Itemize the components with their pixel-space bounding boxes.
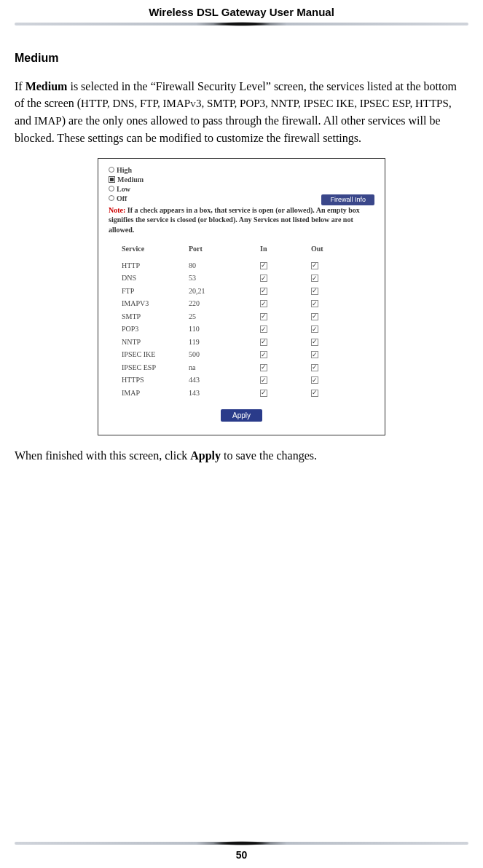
paragraph-1: If Medium is selected in the “Firewall S… [15,78,468,146]
table-header: Service Port In Out [109,245,374,253]
radio-medium[interactable]: Medium [109,175,374,184]
checkbox-out[interactable] [311,364,318,371]
cell-in [247,312,305,320]
table-row: IPSEC IKE500 [109,348,374,361]
table-row: HTTPS443 [109,374,374,387]
page-number: 50 [15,845,468,868]
cell-service: HTTP [109,261,189,269]
checkbox-out[interactable] [311,376,318,384]
cell-out [305,274,349,283]
cell-in [247,261,305,269]
checkbox-in[interactable] [260,364,267,371]
checkbox-in[interactable] [260,351,267,358]
cell-out [305,388,349,397]
radio-off[interactable]: Off [109,194,321,202]
checkbox-in[interactable] [260,339,267,346]
table-row: DNS53 [109,272,374,285]
apply-button[interactable]: Apply [221,409,262,422]
radio-label-medium: Medium [117,175,144,184]
cell-port: 119 [189,338,247,346]
table-row: IPSEC ESPna [109,360,374,374]
cell-in [247,286,305,295]
checkbox-in[interactable] [260,390,267,397]
note: Note: If a check appears in a box, that … [109,205,374,235]
cell-service: SMTP [109,312,189,320]
checkbox-out[interactable] [311,390,318,397]
cell-port: na [189,363,247,371]
paragraph-2: When finished with this screen, click Ap… [15,447,468,464]
cell-service: POP3 [109,325,189,333]
cell-in [247,325,305,334]
cell-in [247,299,305,308]
cell-in [247,388,305,397]
page-header-title: Wireless DSL Gateway User Manual [15,0,468,23]
cell-service: NNTP [109,338,189,346]
cell-port: 53 [189,274,247,282]
checkbox-checked-icon [109,176,115,183]
cell-out [305,299,349,308]
note-label: Note: [109,206,125,214]
p2-bold-apply: Apply [190,449,221,462]
cell-service: IPSEC IKE [109,350,189,358]
checkbox-in[interactable] [260,326,267,333]
cell-service: FTP [109,287,189,295]
cell-out [305,312,349,320]
cell-port: 110 [189,325,247,333]
cell-port: 25 [189,312,247,320]
radio-circle-icon [109,167,114,173]
checkbox-in[interactable] [260,313,267,320]
col-in: In [247,245,305,253]
cell-in [247,337,305,346]
checkbox-in[interactable] [260,275,267,282]
footer: 50 [15,842,468,868]
radio-label-high: High [117,166,132,174]
radio-circle-icon [109,186,114,192]
cell-port: 80 [189,261,247,269]
cell-port: 220 [189,299,247,307]
cell-out [305,325,349,334]
cell-in [247,350,305,359]
cell-out [305,350,349,359]
checkbox-out[interactable] [311,313,318,320]
radio-high[interactable]: High [109,166,374,174]
table-row: HTTP80 [109,259,374,272]
p1-bold-medium: Medium [25,80,68,92]
checkbox-in[interactable] [260,376,267,384]
checkbox-in[interactable] [260,262,267,269]
cell-in [247,376,305,384]
p1-t4: ) are the only ones allowed to pass thro… [15,114,440,144]
table-row: FTP20,21 [109,284,374,297]
cell-in [247,363,305,371]
table-row: IMAPV3220 [109,297,374,310]
apply-row: Apply [109,409,374,422]
checkbox-out[interactable] [311,262,318,269]
checkbox-in[interactable] [260,288,267,295]
firewall-info-button[interactable]: Firewall Info [321,194,374,205]
checkbox-in[interactable] [260,300,267,307]
table-row: IMAP143 [109,386,374,399]
col-port: Port [189,245,247,253]
checkbox-out[interactable] [311,351,318,358]
section-heading-medium: Medium [15,52,468,65]
radio-low[interactable]: Low [109,185,374,193]
cell-in [247,274,305,283]
p2-t2: to save the changes. [221,449,317,462]
cell-out [305,337,349,346]
cell-service: IMAP [109,389,189,397]
table-row: SMTP25 [109,309,374,323]
radio-circle-icon [109,195,114,201]
cell-port: 20,21 [189,287,247,295]
checkbox-out[interactable] [311,300,318,307]
p2-t1: When finished with this screen, click [15,449,190,462]
p1-t1: If [15,80,25,92]
cell-port: 443 [189,376,247,384]
cell-service: DNS [109,274,189,282]
checkbox-out[interactable] [311,326,318,333]
header-rule [15,23,468,25]
checkbox-out[interactable] [311,275,318,282]
cell-service: IMAPV3 [109,299,189,307]
checkbox-out[interactable] [311,288,318,295]
footer-rule [15,842,468,845]
table-row: POP3110 [109,323,374,336]
checkbox-out[interactable] [311,339,318,346]
